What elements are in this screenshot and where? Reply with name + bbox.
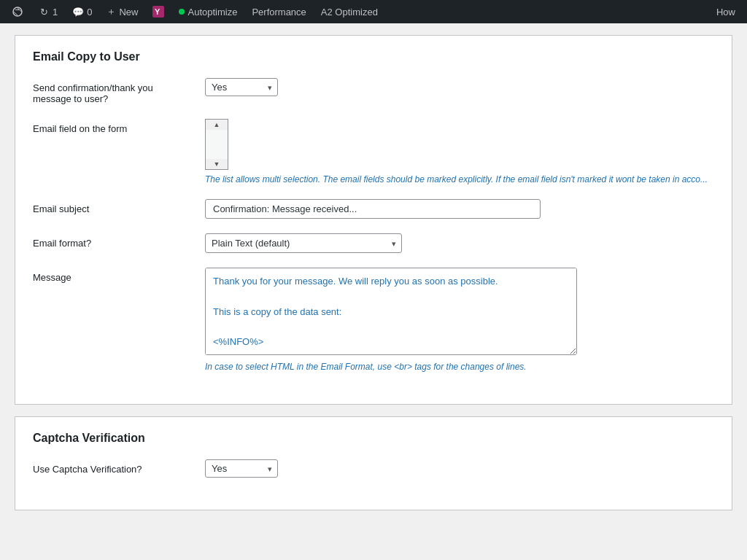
message-label: Message — [33, 268, 193, 283]
new-label: New — [119, 7, 138, 18]
a2optimized-item[interactable]: A2 Optimized — [315, 0, 384, 23]
send-confirmation-select[interactable]: Yes No — [205, 78, 278, 96]
yoast-icon-item[interactable]: Y — [147, 0, 170, 23]
email-format-select[interactable]: Plain Text (default) HTML — [205, 233, 402, 253]
email-subject-field — [205, 199, 714, 219]
new-content-item[interactable]: ＋ New — [101, 0, 144, 23]
email-subject-input[interactable] — [205, 199, 541, 219]
email-multiselect[interactable]: ▲ ▼ — [205, 119, 228, 170]
wp-logo-item[interactable] — [6, 0, 29, 23]
a2optimized-label: A2 Optimized — [321, 7, 378, 18]
scroll-down-button[interactable]: ▼ — [206, 159, 228, 169]
email-copy-title: Email Copy to User — [33, 50, 714, 63]
email-format-row: Email format? Plain Text (default) HTML — [33, 233, 714, 253]
message-field: Thank you for your message. We will repl… — [205, 268, 714, 372]
use-captcha-field: Yes No — [205, 459, 714, 478]
autoptimize-item[interactable]: Autoptimize — [173, 0, 243, 23]
email-field-hint: The list allows multi selection. The ema… — [205, 174, 714, 184]
comment-icon: 💬 — [72, 6, 84, 18]
svg-point-0 — [13, 7, 22, 16]
send-confirmation-label: Send confirmation/thank you message to u… — [33, 78, 193, 104]
page-content: Email Copy to User Send confirmation/tha… — [0, 23, 747, 534]
captcha-title: Captcha Verification — [33, 432, 714, 445]
message-textarea[interactable]: Thank you for your message. We will repl… — [205, 268, 577, 355]
use-captcha-label: Use Captcha Verification? — [33, 459, 193, 475]
message-row: Message Thank you for your message. We w… — [33, 268, 714, 372]
scroll-up-button[interactable]: ▲ — [206, 120, 228, 130]
captcha-section: Captcha Verification Use Captcha Verific… — [15, 416, 732, 510]
admin-bar: ↻ 1 💬 0 ＋ New Y Autoptimize Performance … — [0, 0, 747, 23]
refresh-icon: ↻ — [38, 6, 50, 18]
performance-item[interactable]: Performance — [246, 0, 311, 23]
email-format-field: Plain Text (default) HTML — [205, 233, 714, 253]
updates-count: 1 — [53, 7, 58, 18]
howdy-label: How — [716, 7, 735, 18]
message-hint: In case to select HTML in the Email Form… — [205, 362, 714, 372]
performance-label: Performance — [252, 7, 306, 18]
send-confirmation-field: Yes No — [205, 78, 714, 96]
use-captcha-select-wrapper: Yes No — [205, 459, 278, 478]
email-copy-section: Email Copy to User Send confirmation/tha… — [15, 35, 732, 405]
svg-text:Y: Y — [155, 7, 160, 16]
email-subject-label: Email subject — [33, 199, 193, 214]
send-confirmation-select-wrapper: Yes No — [205, 78, 278, 96]
send-confirmation-row: Send confirmation/thank you message to u… — [33, 78, 714, 104]
status-dot — [179, 9, 185, 15]
autoptimize-label: Autoptimize — [187, 7, 237, 18]
email-field-container: ▲ ▼ The list allows multi selection. The… — [205, 119, 714, 184]
email-format-label: Email format? — [33, 233, 193, 249]
comments-item[interactable]: 💬 0 — [66, 0, 98, 23]
email-format-select-wrapper: Plain Text (default) HTML — [205, 233, 402, 253]
updates-item[interactable]: ↻ 1 — [32, 0, 63, 23]
use-captcha-row: Use Captcha Verification? Yes No — [33, 459, 714, 478]
comments-count: 0 — [87, 7, 92, 18]
email-field-label: Email field on the form — [33, 119, 193, 134]
wordpress-icon — [12, 6, 23, 18]
email-field-row: Email field on the form ▲ ▼ The list all… — [33, 119, 714, 184]
plus-icon: ＋ — [107, 5, 116, 18]
email-subject-row: Email subject — [33, 199, 714, 219]
howdy-item[interactable]: How — [711, 0, 741, 23]
use-captcha-select[interactable]: Yes No — [205, 459, 278, 478]
scrollbar-track — [206, 130, 228, 159]
yoast-icon: Y — [152, 6, 164, 18]
